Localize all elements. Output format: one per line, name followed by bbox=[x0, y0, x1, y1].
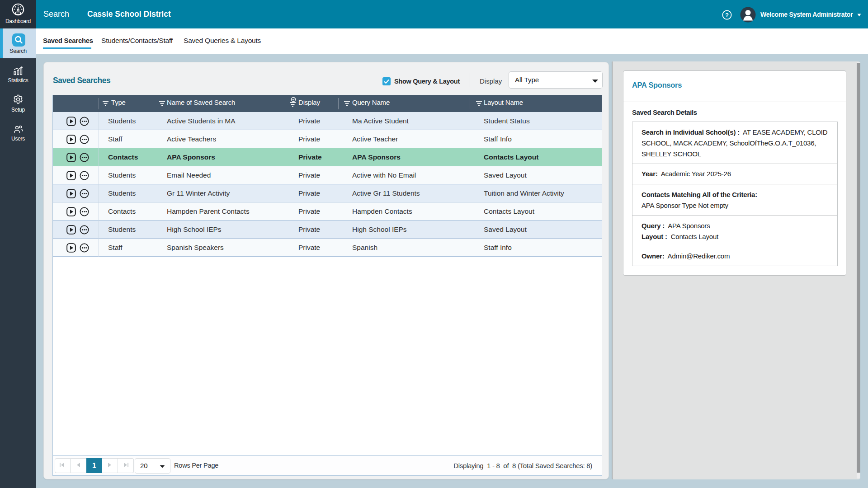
svg-text:?: ? bbox=[725, 12, 729, 19]
